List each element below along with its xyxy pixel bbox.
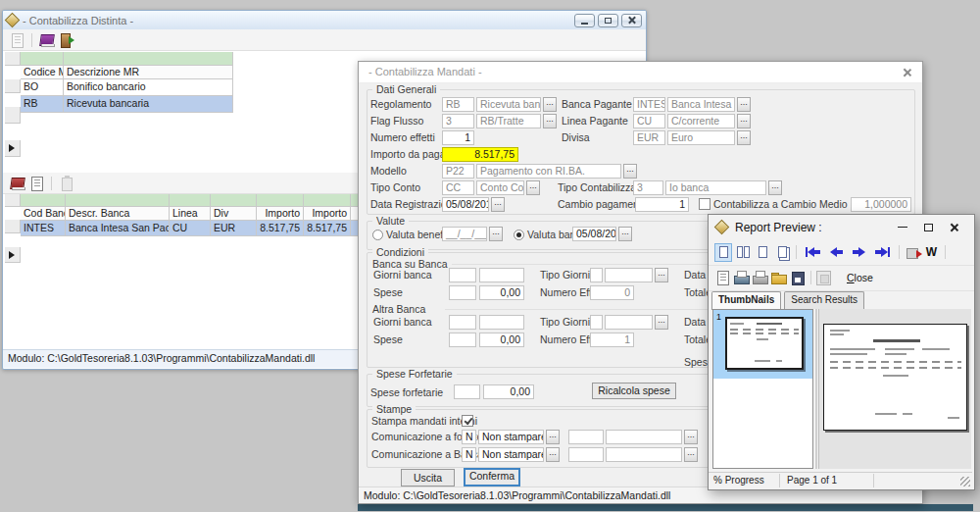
tipo-giorni-2-desc-field[interactable] bbox=[605, 315, 653, 330]
cambio-pagamento-field[interactable]: 1 bbox=[635, 197, 689, 212]
continuous-page-view-icon[interactable] bbox=[754, 243, 771, 262]
importo-da-pagare-field[interactable]: 8.517,75 bbox=[442, 147, 518, 162]
facing-pages-view-icon[interactable] bbox=[734, 243, 752, 262]
cell-descr-banca[interactable]: Banca Intesa San Paolo bbox=[66, 221, 170, 236]
cell-importo-1[interactable]: 8.517,75 bbox=[257, 221, 304, 236]
comunicazione-banca-code-field[interactable]: N bbox=[462, 447, 476, 462]
export-icon[interactable] bbox=[905, 244, 921, 260]
column-header-cod-banca[interactable]: Cod Banca bbox=[21, 207, 66, 221]
row-selector[interactable] bbox=[5, 107, 21, 124]
numero-effetti-2-field[interactable]: 1 bbox=[590, 333, 634, 347]
row-selector-current[interactable] bbox=[5, 140, 21, 157]
tipo-conto-code-field[interactable]: CC bbox=[442, 180, 474, 195]
print-setup-icon[interactable] bbox=[752, 270, 768, 285]
comunicazione-banca-lookup-button[interactable]: ... bbox=[546, 447, 560, 462]
tipo-giorni-1-desc-field[interactable] bbox=[605, 268, 653, 282]
divisa-lookup-button[interactable]: ... bbox=[737, 130, 751, 145]
cell-cod-banca[interactable]: INTES bbox=[21, 221, 66, 236]
column-header-descr-banca[interactable]: Descr. Banca bbox=[66, 207, 170, 221]
new-document-icon[interactable] bbox=[714, 270, 731, 285]
cell-codice[interactable]: RB bbox=[21, 96, 64, 113]
tipo-conto-desc-field[interactable]: Conto Corrente bbox=[476, 180, 524, 195]
comunicazione-banca-extra-lookup[interactable]: ... bbox=[684, 447, 698, 462]
giorni-banca-2-field-a[interactable] bbox=[449, 315, 476, 330]
mandati-titlebar[interactable]: - Contabilizza Mandati - bbox=[359, 62, 922, 83]
uscita-button[interactable]: Uscita bbox=[401, 469, 455, 486]
divisa-code-field[interactable]: EUR bbox=[633, 130, 665, 145]
regolamento-lookup-button[interactable]: ... bbox=[543, 97, 557, 112]
column-header-importo-1[interactable]: Importo bbox=[257, 207, 304, 221]
close-preview-label[interactable]: Close bbox=[847, 272, 873, 283]
ledger-book-icon[interactable] bbox=[9, 176, 25, 191]
single-page-view-icon[interactable] bbox=[714, 243, 732, 262]
document-icon[interactable] bbox=[28, 176, 45, 191]
conferma-button[interactable]: Conferma bbox=[464, 468, 520, 486]
column-header-importo-2[interactable]: Importo bbox=[304, 207, 351, 221]
close-button[interactable] bbox=[941, 219, 966, 236]
comunicazione-fornitore-lookup-button[interactable]: ... bbox=[546, 430, 560, 444]
flag-flusso-lookup-button[interactable]: ... bbox=[543, 114, 557, 128]
thumbnail-panel[interactable]: 1 bbox=[712, 309, 813, 469]
comunicazione-fornitore-desc-field[interactable]: Non stampare bbox=[478, 430, 544, 444]
data-registrazione-calendar-button[interactable]: ... bbox=[491, 197, 505, 212]
thumbnail-page[interactable] bbox=[725, 317, 804, 370]
tipo-contabilizzazione-desc-field[interactable]: Io banca bbox=[665, 180, 766, 195]
cell-descrizione[interactable]: Ricevuta bancaria bbox=[64, 96, 233, 113]
distinta-titlebar[interactable]: - Contabilizza Distinta - bbox=[3, 11, 646, 30]
comunicazione-fornitore-extra-desc[interactable] bbox=[606, 430, 682, 444]
cell-codice[interactable]: BO bbox=[21, 79, 64, 96]
word-export-icon[interactable]: W bbox=[923, 244, 940, 260]
comunicazione-banca-extra-code[interactable] bbox=[568, 447, 604, 462]
tab-thumbnails[interactable]: ThumbNails bbox=[711, 291, 781, 310]
paste-icon[interactable] bbox=[58, 176, 74, 191]
valuta-banca-date-field[interactable]: 05/08/2019 bbox=[572, 227, 616, 241]
cambio-medio-checkbox[interactable] bbox=[699, 198, 710, 210]
resize-grip[interactable] bbox=[960, 477, 970, 486]
giorni-banca-1-field-b[interactable] bbox=[479, 268, 524, 282]
flag-flusso-code-field[interactable]: 3 bbox=[442, 114, 474, 128]
linea-pagante-code-field[interactable]: CU bbox=[633, 114, 665, 128]
thumbnail-selection[interactable]: 1 bbox=[713, 310, 812, 379]
ricalcola-spese-button[interactable]: Ricalcola spese bbox=[592, 383, 676, 399]
comunicazione-banca-desc-field[interactable]: Non stampare bbox=[478, 447, 544, 462]
first-page-button[interactable] bbox=[806, 244, 820, 260]
column-header-linea[interactable]: Linea bbox=[170, 207, 211, 221]
stampa-mandati-interni-checkbox[interactable] bbox=[462, 415, 473, 427]
accounting-book-icon[interactable] bbox=[38, 32, 55, 48]
cell-div[interactable]: EUR bbox=[211, 221, 257, 236]
cell-importo-2[interactable]: 8.517,75 bbox=[304, 221, 351, 236]
preview-titlebar[interactable]: Report Preview : bbox=[709, 215, 974, 239]
comunicazione-fornitore-code-field[interactable]: N bbox=[462, 430, 476, 444]
comunicazione-fornitore-extra-code[interactable] bbox=[568, 430, 604, 444]
valuta-beneficiario-radio[interactable] bbox=[372, 230, 383, 240]
multi-page-view-icon[interactable] bbox=[773, 243, 791, 262]
banca-pagante-desc-field[interactable]: Banca Intesa San Pa bbox=[667, 97, 735, 112]
valuta-banca-radio[interactable] bbox=[514, 230, 524, 240]
regolamento-desc-field[interactable]: Ricevuta bancaria bbox=[476, 97, 541, 112]
minimize-button[interactable] bbox=[574, 14, 595, 27]
spese-2-field-b[interactable]: 0,00 bbox=[479, 333, 524, 347]
close-button[interactable] bbox=[621, 14, 642, 27]
exit-door-icon[interactable] bbox=[58, 32, 74, 48]
valuta-beneficiario-calendar-button[interactable]: ... bbox=[489, 227, 503, 241]
stop-button[interactable] bbox=[816, 271, 831, 285]
spese-2-field-a[interactable] bbox=[449, 333, 476, 347]
linea-pagante-lookup-button[interactable]: ... bbox=[737, 114, 751, 128]
preview-main-area[interactable] bbox=[818, 309, 971, 469]
giorni-banca-1-field-a[interactable] bbox=[449, 268, 476, 282]
spese-forfetarie-field-b[interactable]: 0,00 bbox=[483, 384, 534, 399]
previous-page-button[interactable] bbox=[830, 244, 843, 260]
next-page-button[interactable] bbox=[853, 244, 865, 260]
modello-code-field[interactable]: P22 bbox=[442, 164, 474, 179]
spese-1-field-a[interactable] bbox=[449, 285, 476, 300]
open-folder-icon[interactable] bbox=[770, 270, 787, 285]
maximize-button[interactable] bbox=[915, 219, 941, 236]
row-selector-current[interactable] bbox=[5, 247, 21, 263]
tipo-contabilizzazione-code-field[interactable]: 3 bbox=[633, 180, 663, 195]
last-page-button[interactable] bbox=[875, 244, 890, 260]
banca-pagante-code-field[interactable]: INTES bbox=[633, 97, 665, 112]
divisa-desc-field[interactable]: Euro bbox=[667, 130, 735, 145]
minimize-button[interactable] bbox=[890, 219, 915, 236]
tipo-conto-lookup-button[interactable]: ... bbox=[526, 180, 540, 195]
tipo-giorni-2-code-field[interactable] bbox=[590, 315, 603, 330]
